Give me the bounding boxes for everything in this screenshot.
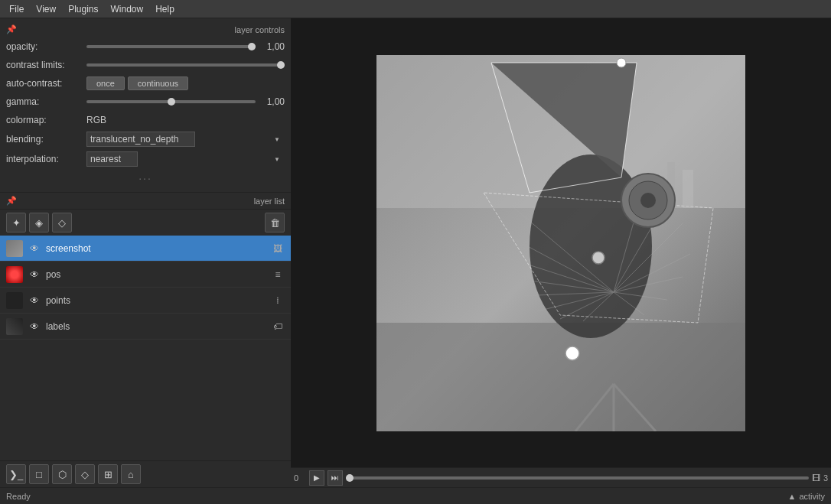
delete-layer-button[interactable]: 🗑: [265, 213, 285, 232]
layer-list-header: 📌 layer list: [0, 193, 291, 210]
layer-eye-labels[interactable]: 👁: [28, 320, 41, 333]
interpolation-label: interpolation:: [6, 154, 86, 164]
auto-contrast-continuous-button[interactable]: continuous: [128, 76, 188, 90]
interpolation-select[interactable]: nearest linear cubic: [86, 151, 138, 167]
layer-controls-bar: ✦ ◈ ◇ 🗑: [0, 210, 291, 236]
layer-name-screenshot: screenshot: [46, 243, 271, 254]
blending-row: blending: translucent_no_depth transluce…: [0, 129, 291, 149]
menu-file[interactable]: File: [3, 2, 30, 16]
timeline-play-button[interactable]: ▶: [309, 470, 324, 486]
opacity-row: opacity: 1,00: [0, 37, 291, 56]
layer-eye-pos[interactable]: 👁: [28, 268, 41, 281]
layer-name-points: points: [46, 295, 271, 306]
gamma-row: gamma: 1,00: [0, 93, 291, 111]
auto-contrast-row: auto-contrast: once continuous: [0, 74, 291, 93]
activity-label: activity: [799, 492, 825, 501]
layer-list-panel: 📌 layer list ✦ ◈ ◇ 🗑 👁 screenshot: [0, 193, 291, 487]
interpolation-select-wrapper: nearest linear cubic: [86, 151, 285, 167]
menubar: File View Plugins Window Help: [0, 0, 831, 18]
opacity-slider[interactable]: [86, 45, 256, 48]
status-bar: Ready ▲ activity: [0, 487, 831, 504]
opacity-slider-container: [86, 45, 256, 48]
layer-controls-panel: 📌 layer controls opacity: 1,00 contrast …: [0, 18, 291, 193]
svg-point-24: [592, 252, 605, 264]
layer-controls-dots[interactable]: ···: [0, 169, 291, 187]
layer-item-labels[interactable]: 👁 labels 🏷: [0, 314, 291, 340]
gamma-slider[interactable]: [86, 100, 256, 103]
layer-thumb-screenshot: [6, 240, 23, 257]
auto-contrast-label: auto-contrast:: [6, 78, 86, 89]
layer-controls-header: 📌 layer controls: [0, 23, 291, 37]
colormap-value: RGB: [86, 115, 285, 125]
menu-plugins[interactable]: Plugins: [62, 2, 104, 16]
layer-type-icon-labels: 🏷: [271, 320, 285, 333]
add-labels-button[interactable]: ◇: [52, 213, 72, 232]
activity-chevron-icon: ▲: [787, 492, 796, 501]
layer-eye-screenshot[interactable]: 👁: [28, 242, 41, 255]
canvas-area: 0 ▶ ⏭ 🎞 3: [291, 18, 831, 487]
timeline-current: 0: [294, 473, 306, 483]
layer-type-icon-pos: ≡: [271, 268, 285, 281]
layer-thumb-pos: [6, 266, 23, 283]
bottom-toolbar: ❯_ □ ⬡ ◇ ⊞ ⌂: [0, 460, 291, 487]
menu-view[interactable]: View: [30, 2, 62, 16]
gamma-label: gamma:: [6, 96, 86, 107]
add-shapes-button[interactable]: ◈: [29, 213, 49, 232]
cube-alt-button[interactable]: ◇: [75, 464, 95, 484]
layer-item-points[interactable]: 👁 points ⁞: [0, 288, 291, 314]
timeline-end-button[interactable]: ⏭: [328, 470, 343, 486]
layer-item-screenshot[interactable]: 👁 screenshot 🖼: [0, 236, 291, 262]
layers-list: 👁 screenshot 🖼 👁 pos ≡: [0, 236, 291, 460]
main-area: 📌 layer controls opacity: 1,00 contrast …: [0, 18, 831, 487]
colormap-label: colormap:: [6, 115, 86, 125]
auto-contrast-once-button[interactable]: once: [86, 76, 125, 90]
blending-select-wrapper: translucent_no_depth translucent additiv…: [86, 132, 285, 147]
status-ready: Ready: [6, 492, 31, 501]
opacity-label: opacity:: [6, 41, 86, 52]
timeline-icon: 🎞: [812, 473, 820, 483]
menu-window[interactable]: Window: [105, 2, 150, 16]
layer-controls-pin-icon: 📌: [6, 24, 17, 34]
timeline-bar: 0 ▶ ⏭ 🎞 3: [291, 467, 831, 487]
svg-point-22: [617, 58, 626, 67]
cube-button[interactable]: ⬡: [52, 464, 72, 484]
interpolation-row: interpolation: nearest linear cubic: [0, 149, 291, 169]
layer-controls-title: layer controls: [235, 25, 285, 34]
contrast-label: contrast limits:: [6, 60, 86, 70]
contrast-slider[interactable]: [86, 63, 285, 67]
timeline-slider[interactable]: [346, 476, 809, 480]
canvas-svg: [376, 55, 745, 431]
blending-select[interactable]: translucent_no_depth translucent additiv…: [86, 132, 195, 147]
menu-help[interactable]: Help: [149, 2, 181, 16]
canvas-container[interactable]: [291, 18, 831, 467]
layer-type-icon-points: ⁞: [271, 294, 285, 307]
gamma-slider-container: [86, 100, 256, 103]
layer-eye-points[interactable]: 👁: [28, 294, 41, 307]
layer-thumb-points: [6, 292, 23, 309]
layer-thumb-labels: [6, 318, 23, 335]
layer-item-pos[interactable]: 👁 pos ≡: [0, 262, 291, 288]
opacity-value: 1,00: [262, 41, 285, 52]
timeline-total: 3: [823, 473, 828, 483]
auto-contrast-buttons: once continuous: [86, 76, 188, 90]
layer-list-pin-icon: 📌: [6, 196, 17, 206]
console-button[interactable]: ❯_: [6, 464, 26, 484]
canvas-image[interactable]: [376, 55, 745, 431]
layer-name-labels: labels: [46, 321, 271, 332]
svg-rect-2: [376, 323, 745, 431]
status-activity[interactable]: ▲ activity: [787, 492, 825, 501]
layer-type-icon-screenshot: 🖼: [271, 242, 285, 255]
svg-rect-26: [683, 170, 693, 208]
svg-point-32: [640, 193, 656, 208]
left-panel: 📌 layer controls opacity: 1,00 contrast …: [0, 18, 291, 487]
square-button[interactable]: □: [29, 464, 49, 484]
colormap-row: colormap: RGB: [0, 111, 291, 129]
grid-button[interactable]: ⊞: [98, 464, 118, 484]
svg-point-23: [565, 346, 579, 360]
contrast-slider-container: [86, 63, 285, 67]
home-button[interactable]: ⌂: [121, 464, 141, 484]
add-points-button[interactable]: ✦: [6, 213, 26, 232]
layer-list-title: layer list: [254, 197, 285, 206]
gamma-value: 1,00: [262, 96, 285, 107]
layer-name-pos: pos: [46, 269, 271, 280]
